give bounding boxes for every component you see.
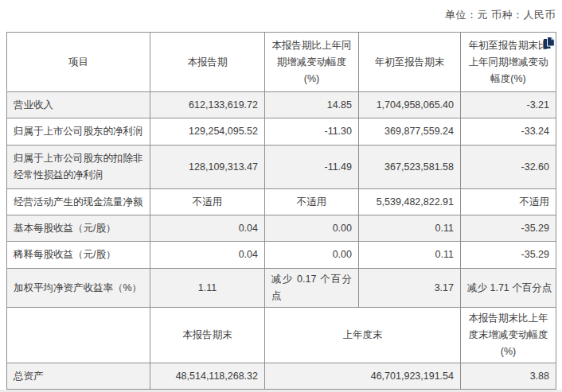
header-prev-year-end: 上年度末 xyxy=(265,308,461,363)
header-ytd: 年初至报告期末 xyxy=(359,33,461,92)
header-row-period: 项目 本报告期 本报告期比上年同期增减变动幅度(%) 年初至报告期末 年初至报告… xyxy=(7,33,556,92)
cell-ytd-yoy: -35.29 xyxy=(461,215,556,242)
cell-current: 0.04 xyxy=(150,215,265,242)
header-period-end: 本报告期末 xyxy=(150,308,265,363)
cell-ytd: 0.11 xyxy=(359,242,461,269)
cell-current: 612,133,619.72 xyxy=(150,92,265,118)
cell-ytd-yoy: -32.60 xyxy=(461,146,556,189)
cell-ytd-yoy: 不适用 xyxy=(461,189,556,215)
table-row: 归属于上市公司股东的净利润 129,254,095.52 -11.30 369,… xyxy=(7,118,556,146)
cell-end-change: 3.88 xyxy=(461,363,556,390)
cell-yoy: -11.30 xyxy=(265,118,359,146)
table-row: 归属于上市公司股东的扣除非经常性损益的净利润 128,109,313.47 -1… xyxy=(7,146,556,189)
cell-ytd: 369,877,559.24 xyxy=(359,118,461,146)
table-row: 经营活动产生的现金流量净额 不适用 不适用 5,539,482,822.91 不… xyxy=(7,189,556,215)
cell-ytd: 3.17 xyxy=(359,269,461,308)
row-label: 归属于上市公司股东的净利润 xyxy=(7,118,150,146)
cell-ytd-yoy: -33.24 xyxy=(461,118,556,146)
report-page: 单位：元 币种：人民币 项目 本报告期 本报告期比上年同期增减变动幅度(%) 年… xyxy=(0,0,562,392)
cell-current: 129,254,095.52 xyxy=(150,118,265,146)
row-label: 加权平均净资产收益率（%） xyxy=(7,269,150,308)
cell-prev-year-end: 46,701,923,191.54 xyxy=(265,363,461,390)
row-label: 归属于上市公司股东的扣除非经常性损益的净利润 xyxy=(7,146,150,189)
table-row: 营业收入 612,133,619.72 14.85 1,704,958,065.… xyxy=(7,92,556,118)
row-label: 营业收入 xyxy=(7,92,150,118)
table-row: 稀释每股收益（元/股） 0.04 0.00 0.11 -35.29 xyxy=(7,242,556,269)
header-row-period-end: 本报告期末 上年度末 本报告期末比上年度末增减变动幅度(%) xyxy=(7,308,556,363)
cell-ytd: 367,523,581.58 xyxy=(359,146,461,189)
cell-current: 1.11 xyxy=(150,269,265,308)
header-ytd-yoy-change: 年初至报告期末比上年同期增减变动幅度(%) xyxy=(461,33,556,92)
copy-icon[interactable] xyxy=(544,37,555,49)
header-end-change: 本报告期末比上年度末增减变动幅度(%) xyxy=(461,308,556,363)
cell-ytd: 1,704,958,065.40 xyxy=(359,92,461,118)
cell-yoy: 0.00 xyxy=(265,215,359,242)
cell-ytd-yoy: -35.29 xyxy=(461,242,556,269)
table-row: 加权平均净资产收益率（%） 1.11 减少 0.17 个百分点 3.17 减少 … xyxy=(7,269,556,308)
unit-currency-label: 单位：元 币种：人民币 xyxy=(445,8,556,22)
cell-yoy: 0.00 xyxy=(265,242,359,269)
header-yoy-change: 本报告期比上年同期增减变动幅度(%) xyxy=(265,33,359,92)
row-label: 基本每股收益（元/股） xyxy=(7,215,150,242)
cell-ytd: 0.11 xyxy=(359,215,461,242)
cell-ytd-yoy: 减少 1.71 个百分点 xyxy=(461,269,556,308)
row-label: 稀释每股收益（元/股） xyxy=(7,242,150,269)
cell-yoy: 不适用 xyxy=(265,189,359,215)
cell-current: 不适用 xyxy=(150,189,265,215)
cell-yoy: -11.49 xyxy=(265,146,359,189)
row-label: 经营活动产生的现金流量净额 xyxy=(7,189,150,215)
table-row: 总资产 48,514,118,268.32 46,701,923,191.54 … xyxy=(7,363,556,390)
cell-current: 0.04 xyxy=(150,242,265,269)
row-label: 总资产 xyxy=(7,363,150,390)
cell-current: 128,109,313.47 xyxy=(150,146,265,189)
header-empty xyxy=(7,308,150,363)
cell-period-end: 48,514,118,268.32 xyxy=(150,363,265,390)
financial-summary-table: 项目 本报告期 本报告期比上年同期增减变动幅度(%) 年初至报告期末 年初至报告… xyxy=(6,32,556,392)
cell-yoy: 减少 0.17 个百分点 xyxy=(265,269,359,308)
header-ytd-yoy-change-label: 年初至报告期末比上年同期增减变动幅度(%) xyxy=(469,40,548,84)
cell-ytd: 5,539,482,822.91 xyxy=(359,189,461,215)
cell-ytd-yoy: -3.21 xyxy=(461,92,556,118)
header-item: 项目 xyxy=(7,33,150,92)
cell-yoy: 14.85 xyxy=(265,92,359,118)
table-row: 基本每股收益（元/股） 0.04 0.00 0.11 -35.29 xyxy=(7,215,556,242)
header-current-period: 本报告期 xyxy=(150,33,265,92)
